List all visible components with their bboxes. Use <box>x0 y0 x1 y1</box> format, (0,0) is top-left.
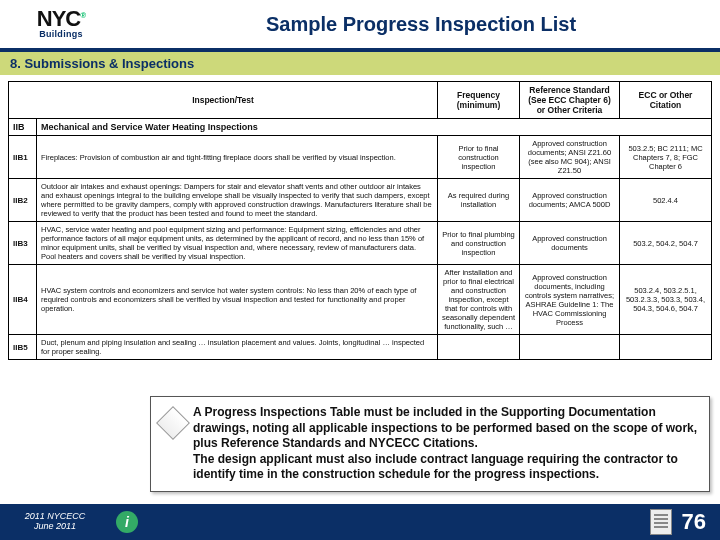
callout-note: A Progress Inspections Table must be inc… <box>150 396 710 492</box>
table-row: IIB3 HVAC, service water heating and poo… <box>9 222 712 265</box>
inspection-table: Inspection/Test Frequency (minimum) Refe… <box>8 81 712 360</box>
page-title: Sample Progress Inspection List <box>122 13 720 36</box>
row-ref: Approved construction documents; AMCA 50… <box>520 179 620 222</box>
table-row: IIB2 Outdoor air intakes and exhaust ope… <box>9 179 712 222</box>
row-cite: 502.4.4 <box>620 179 712 222</box>
nyc-buildings-logo: NYC® Buildings <box>0 7 122 41</box>
row-id: IIB4 <box>9 265 37 335</box>
col-citation: ECC or Other Citation <box>620 82 712 119</box>
logo-buildings-text: Buildings <box>39 29 83 39</box>
row-freq: Prior to final plumbing and construction… <box>438 222 520 265</box>
row-freq <box>438 335 520 360</box>
group-header-row: IIB Mechanical and Service Water Heating… <box>9 119 712 136</box>
logo-nyc-text: NYC® <box>37 9 85 29</box>
row-ref: Approved construction documents, includi… <box>520 265 620 335</box>
section-heading: 8. Submissions & Inspections <box>0 52 720 75</box>
row-desc: HVAC system controls and economizers and… <box>37 265 438 335</box>
page-number: 76 <box>682 509 706 535</box>
col-inspection: Inspection/Test <box>9 82 438 119</box>
row-ref: Approved construction documents <box>520 222 620 265</box>
row-cite: 503.2.4, 503.2.5.1, 503.2.3.3, 503.3, 50… <box>620 265 712 335</box>
table-row: IIB5 Duct, plenum and piping insulation … <box>9 335 712 360</box>
footer-bar: 2011 NYCECC June 2011 i 76 <box>0 504 720 540</box>
row-id: IIB2 <box>9 179 37 222</box>
table-header-row: Inspection/Test Frequency (minimum) Refe… <box>9 82 712 119</box>
row-id: IIB1 <box>9 136 37 179</box>
col-frequency: Frequency (minimum) <box>438 82 520 119</box>
row-ref <box>520 335 620 360</box>
page: NYC® Buildings Sample Progress Inspectio… <box>0 0 720 540</box>
group-id: IIB <box>9 119 37 136</box>
row-desc: HVAC, service water heating and pool equ… <box>37 222 438 265</box>
table-row: IIB1 Fireplaces: Provision of combustion… <box>9 136 712 179</box>
table-row: IIB4 HVAC system controls and economizer… <box>9 265 712 335</box>
row-freq: After installation and prior to final el… <box>438 265 520 335</box>
header-bar: NYC® Buildings Sample Progress Inspectio… <box>0 0 720 52</box>
row-freq: As required during installation <box>438 179 520 222</box>
row-desc: Duct, plenum and piping insulation and s… <box>37 335 438 360</box>
row-freq: Prior to final construction inspection <box>438 136 520 179</box>
row-id: IIB5 <box>9 335 37 360</box>
footer-date: 2011 NYCECC June 2011 <box>0 512 110 532</box>
col-reference: Reference Standard (See ECC Chapter 6) o… <box>520 82 620 119</box>
document-icon[interactable] <box>650 509 672 535</box>
row-desc: Outdoor air intakes and exhaust openings… <box>37 179 438 222</box>
row-desc: Fireplaces: Provision of combustion air … <box>37 136 438 179</box>
info-icon[interactable]: i <box>116 511 138 533</box>
row-ref: Approved construction documents; ANSI Z2… <box>520 136 620 179</box>
callout-text: A Progress Inspections Table must be inc… <box>193 405 699 483</box>
row-cite: 503.2, 504.2, 504.7 <box>620 222 712 265</box>
row-cite <box>620 335 712 360</box>
footer-date-line2: June 2011 <box>0 522 110 532</box>
row-cite: 503.2.5; BC 2111; MC Chapters 7, 8; FGC … <box>620 136 712 179</box>
row-id: IIB3 <box>9 222 37 265</box>
note-icon <box>156 406 190 440</box>
group-label: Mechanical and Service Water Heating Ins… <box>37 119 712 136</box>
